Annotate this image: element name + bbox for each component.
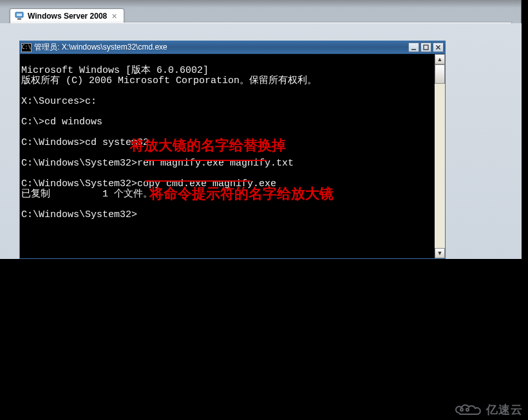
title-bar[interactable]: C:\ 管理员: X:\windows\system32\cmd.exe xyxy=(20,41,445,54)
maximize-button[interactable] xyxy=(420,43,431,52)
watermark: 亿速云 xyxy=(453,402,523,417)
cloud-icon xyxy=(453,403,484,417)
window-title: 管理员: X:\windows\system32\cmd.exe xyxy=(34,42,408,53)
tab-windows-server[interactable]: Windows Server 2008 ✕ xyxy=(10,8,124,24)
term-line: 已复制 1 个文件。 xyxy=(21,189,153,200)
term-line: Microsoft Windows [版本 6.0.6002] xyxy=(21,65,209,76)
term-line: C:\>cd windows xyxy=(21,117,102,128)
term-line: 版权所有 (C) 2006 Microsoft Corporation。保留所有… xyxy=(21,75,317,86)
svg-rect-2 xyxy=(17,18,21,20)
annotation-2: 将命令提示符的名字给放大镜 xyxy=(149,184,334,204)
scroll-up-button[interactable]: ▲ xyxy=(435,54,445,64)
close-icon[interactable]: ✕ xyxy=(110,12,118,21)
terminal-body: Microsoft Windows [版本 6.0.6002] 版权所有 (C)… xyxy=(20,54,445,258)
cmd-icon: C:\ xyxy=(21,43,32,52)
svg-rect-4 xyxy=(424,45,428,50)
tab-bar: Windows Server 2008 ✕ xyxy=(10,8,124,24)
scroll-down-button[interactable]: ▼ xyxy=(435,248,445,258)
svg-rect-1 xyxy=(17,14,22,16)
close-button[interactable] xyxy=(433,43,444,52)
svg-point-5 xyxy=(460,408,463,411)
minimize-button[interactable] xyxy=(408,43,419,52)
window-controls xyxy=(408,43,444,52)
annotation-1: 将放大镜的名字给替换掉 xyxy=(130,136,286,155)
underline-1 xyxy=(145,160,267,161)
server-icon xyxy=(14,11,24,21)
scroll-thumb[interactable] xyxy=(435,64,445,84)
desktop-background: Windows Server 2008 ✕ C:\ 管理员: X:\window… xyxy=(0,0,522,259)
term-line: C:\Windows\System32> xyxy=(21,209,137,220)
terminal[interactable]: Microsoft Windows [版本 6.0.6002] 版权所有 (C)… xyxy=(20,54,435,258)
svg-point-6 xyxy=(466,408,469,411)
scrollbar-vertical[interactable]: ▲ ▼ xyxy=(435,54,445,258)
term-line: X:\Sources>c: xyxy=(21,96,97,107)
svg-rect-3 xyxy=(411,49,416,50)
underline-2 xyxy=(145,180,250,182)
scroll-track[interactable] xyxy=(435,64,445,248)
tab-label: Windows Server 2008 xyxy=(28,12,107,21)
